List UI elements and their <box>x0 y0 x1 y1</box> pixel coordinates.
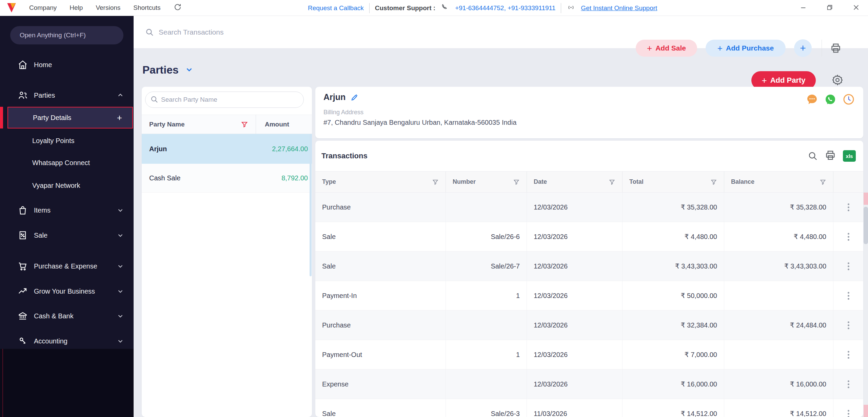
vertical-scrollbar[interactable] <box>864 193 868 417</box>
column-header-date[interactable]: Date <box>527 172 623 192</box>
sidebar-item-sale[interactable]: Sale <box>0 226 134 245</box>
column-label: Total <box>629 178 644 185</box>
sidebar-item-items[interactable]: Items <box>0 201 134 220</box>
menu-company[interactable]: Company <box>29 4 57 12</box>
column-header-total[interactable]: Total <box>623 172 724 192</box>
table-row[interactable]: Payment-Out 1 12/03/2026 ₹ 7,000.00 <box>315 340 863 370</box>
sidebar: Open Anything (Ctrl+F) Home Parties Part… <box>0 16 134 417</box>
filter-funnel-icon[interactable] <box>513 179 520 185</box>
support-phone-numbers[interactable]: +91-6364444752, +91-9333911911 <box>455 4 555 12</box>
print-icon[interactable] <box>825 150 836 162</box>
cell-date: 12/03/2026 <box>527 311 623 340</box>
table-row[interactable]: Sale Sale/26-7 12/03/2026 ₹ 3,43,303.00 … <box>315 252 863 281</box>
party-detail-name: Arjun <box>323 92 346 102</box>
request-callback-link[interactable]: Request a Callback <box>308 4 364 12</box>
sidebar-item-grow-your-business[interactable]: Grow Your Business <box>0 282 134 301</box>
window-titlebar: Company Help Versions Shortcuts Request … <box>0 0 868 16</box>
party-row[interactable]: Cash Sale 8,792.00 <box>142 164 312 193</box>
cell-date: 12/03/2026 <box>527 222 623 251</box>
sidebar-item-purchase-expense[interactable]: Purchase & Expense <box>0 257 134 276</box>
open-anything-search[interactable]: Open Anything (Ctrl+F) <box>10 26 123 44</box>
column-header-type[interactable]: Type <box>315 172 446 192</box>
menu-help[interactable]: Help <box>70 4 83 12</box>
party-list-panel: Party Name Amount Arjun 2,27,664.00 Cash… <box>142 87 312 417</box>
refresh-icon[interactable] <box>174 3 182 13</box>
search-party-input[interactable] <box>161 92 300 107</box>
scroll-down-arrow[interactable] <box>864 405 868 417</box>
cell-date: 12/03/2026 <box>527 281 623 310</box>
cell-number <box>446 370 527 399</box>
export-xls-icon[interactable]: xls <box>843 150 856 162</box>
row-more-options-icon[interactable] <box>833 311 863 340</box>
party-name-column-header[interactable]: Party Name <box>149 121 241 128</box>
search-icon[interactable] <box>808 151 818 161</box>
amount-column-header[interactable]: Amount <box>265 121 289 128</box>
add-icon[interactable]: + <box>117 113 122 123</box>
sidebar-item-party-details[interactable]: Party Details + <box>7 107 133 128</box>
sidebar-item-home[interactable]: Home <box>0 55 134 74</box>
transactions-title: Transactions <box>321 152 368 160</box>
party-search[interactable] <box>145 92 304 108</box>
payment-reminder-clock-icon[interactable] <box>843 94 854 105</box>
scroll-up-arrow[interactable] <box>864 193 868 205</box>
edit-pencil-icon[interactable] <box>350 93 359 102</box>
table-row[interactable]: Sale Sale/26-6 12/03/2026 ₹ 4,480.00 ₹ 4… <box>315 222 863 252</box>
sidebar-item-label: Sale <box>34 232 117 239</box>
table-row[interactable]: Purchase 12/03/2026 ₹ 35,328.00 ₹ 35,328… <box>315 193 863 222</box>
whatsapp-icon[interactable] <box>825 94 836 105</box>
row-more-options-icon[interactable] <box>833 252 863 281</box>
sidebar-item-parties[interactable]: Parties <box>0 86 134 105</box>
menu-shortcuts[interactable]: Shortcuts <box>133 4 160 12</box>
message-bubble-icon[interactable] <box>806 94 818 105</box>
page-title-dropdown[interactable]: Parties <box>142 64 194 76</box>
scrollbar-thumb[interactable] <box>864 207 868 244</box>
search-transactions-input[interactable] <box>159 28 396 36</box>
cell-type: Sale <box>315 399 446 417</box>
online-support-icon <box>567 3 575 13</box>
filter-funnel-icon[interactable] <box>710 179 717 185</box>
gear-icon[interactable] <box>831 74 844 87</box>
column-header-number[interactable]: Number <box>446 172 527 192</box>
sidebar-item-label: Parties <box>34 92 117 99</box>
cell-balance: ₹ 16,000.00 <box>724 370 833 399</box>
billing-address-label: Billing Address <box>323 109 855 116</box>
sidebar-item-loyalty-points[interactable]: Loyalty Points <box>0 131 134 150</box>
online-support-link[interactable]: Get Instant Online Support <box>581 4 657 12</box>
cell-type: Purchase <box>315 193 446 222</box>
row-more-options-icon[interactable] <box>833 222 863 251</box>
cell-number: 1 <box>446 340 527 369</box>
row-more-options-icon[interactable] <box>833 370 863 399</box>
cell-number: 1 <box>446 281 527 310</box>
table-row[interactable]: Sale Sale/26-3 11/03/2026 ₹ 14,512.00 ₹ … <box>315 399 863 417</box>
filter-funnel-icon[interactable] <box>241 121 248 128</box>
party-list-scrollbar[interactable] <box>310 134 312 276</box>
column-header-balance[interactable]: Balance <box>724 172 833 192</box>
table-row[interactable]: Purchase 12/03/2026 ₹ 32,384.00 ₹ 24,484… <box>315 311 863 340</box>
row-more-options-icon[interactable] <box>833 399 863 417</box>
party-row-selected[interactable]: Arjun 2,27,664.00 <box>142 134 312 164</box>
minimize-icon[interactable] <box>800 4 807 13</box>
table-header-row: Type Number Date Total Balance <box>315 171 863 193</box>
filter-funnel-icon[interactable] <box>820 179 826 185</box>
sidebar-item-cash-bank[interactable]: Cash & Bank <box>0 306 134 325</box>
column-label: Date <box>534 178 547 185</box>
restore-icon[interactable] <box>826 4 833 13</box>
sidebar-item-label: Grow Your Business <box>34 287 117 295</box>
sidebar-item-whatsapp-connect[interactable]: Whatsapp Connect <box>0 153 134 172</box>
close-icon[interactable] <box>852 4 860 13</box>
table-row[interactable]: Payment-In 1 12/03/2026 ₹ 50,000.00 <box>315 281 863 311</box>
sidebar-item-accounting[interactable]: Accounting <box>0 332 134 351</box>
chevron-up-icon <box>117 92 124 99</box>
sidebar-item-label: Party Details <box>33 114 117 122</box>
filter-funnel-icon[interactable] <box>432 179 439 185</box>
row-more-options-icon[interactable] <box>833 340 863 369</box>
sidebar-item-vyapar-network[interactable]: Vyapar Network <box>0 176 134 195</box>
sidebar-item-label: Items <box>34 206 117 214</box>
menu-versions[interactable]: Versions <box>96 4 120 12</box>
table-row[interactable]: Expense 12/03/2026 ₹ 16,000.00 ₹ 16,000.… <box>315 370 863 399</box>
transaction-search[interactable] <box>145 16 450 48</box>
row-more-options-icon[interactable] <box>833 193 863 222</box>
row-more-options-icon[interactable] <box>833 281 863 310</box>
filter-funnel-icon[interactable] <box>609 179 615 185</box>
chevron-down-icon <box>117 206 124 214</box>
